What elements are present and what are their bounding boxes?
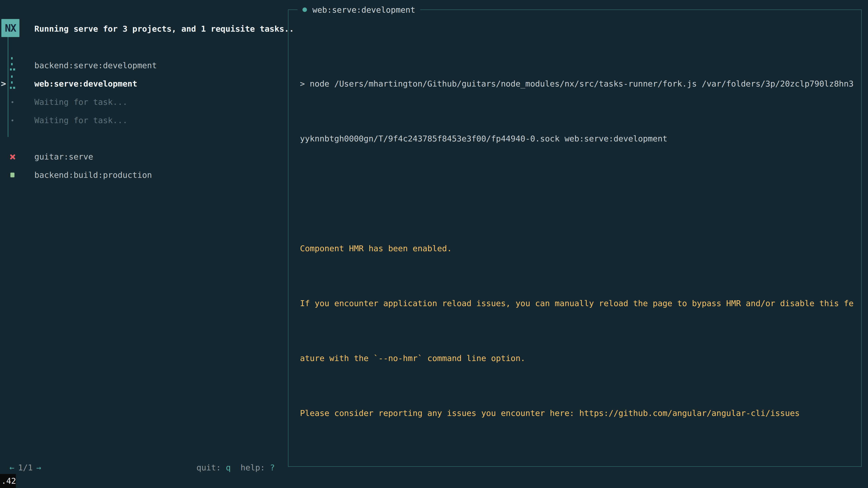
- task-label: backend:serve:development: [34, 56, 157, 74]
- waiting-dot-icon: [11, 101, 13, 103]
- waiting-dot-icon: [11, 120, 13, 121]
- hmr-notice-line: If you encounter application reload issu…: [300, 294, 854, 313]
- help-hint-label: help:: [231, 463, 270, 472]
- task-label: backend:build:production: [34, 166, 152, 184]
- failed-x-icon: [9, 154, 16, 160]
- quit-key: q: [226, 463, 231, 472]
- task-item-web-serve-development[interactable]: > web:serve:development: [0, 74, 287, 93]
- task-item-waiting-1[interactable]: Waiting for task...: [0, 93, 287, 111]
- task-item-waiting-2[interactable]: Waiting for task...: [0, 111, 287, 129]
- blank-line: [300, 459, 854, 477]
- command-line: > node /Users/mhartington/Github/guitars…: [300, 74, 854, 93]
- page-prev-arrow[interactable]: ←: [9, 463, 14, 472]
- nx-logo: NX: [1, 19, 20, 37]
- task-label: guitar:serve: [34, 148, 93, 166]
- command-line-wrap: yyknnbtgh0000gn/T/9f4c243785f8453e3f00/f…: [300, 129, 854, 148]
- corner-overlay-badge: .42: [0, 474, 16, 488]
- running-status-dot-icon: [303, 7, 307, 12]
- task-label: web:serve:development: [34, 74, 137, 93]
- output-panel-title: web:serve:development: [312, 5, 415, 14]
- hmr-notice-line: Please consider reporting any issues you…: [300, 404, 854, 422]
- spinner-icon: [10, 75, 16, 90]
- hmr-notice-line: Component HMR has been enabled.: [300, 239, 854, 258]
- task-item-guitar-serve[interactable]: guitar:serve: [0, 148, 287, 166]
- selected-task-caret-icon: >: [1, 74, 6, 93]
- task-item-backend-serve-development[interactable]: backend:serve:development: [0, 56, 287, 74]
- success-square-icon: [10, 173, 14, 177]
- keyboard-shortcuts-hint: quit: q help: ?: [196, 458, 275, 477]
- spinner-icon: [10, 57, 16, 71]
- help-key: ?: [270, 463, 275, 472]
- task-item-backend-build-production[interactable]: backend:build:production: [0, 166, 287, 184]
- quit-hint-label: quit:: [196, 463, 226, 472]
- terminal-output: > node /Users/mhartington/Github/guitars…: [300, 38, 854, 488]
- run-summary-text: Running serve for 3 projects, and 1 requ…: [34, 20, 294, 38]
- blank-line: [300, 184, 854, 203]
- task-label: Waiting for task...: [34, 111, 127, 129]
- hmr-notice-line: ature with the `--no-hmr` command line o…: [300, 349, 854, 367]
- page-next-arrow[interactable]: →: [36, 463, 41, 472]
- page-indicator: 1/1: [18, 463, 33, 472]
- task-label: Waiting for task...: [34, 93, 127, 111]
- output-panel-header: web:serve:development: [298, 1, 420, 19]
